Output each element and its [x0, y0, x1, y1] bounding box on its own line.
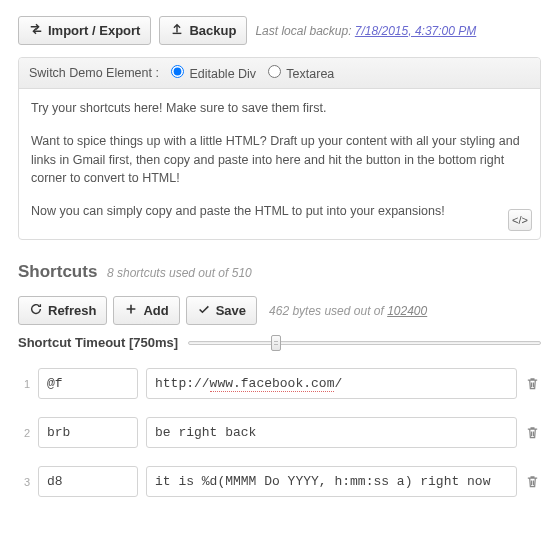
shortcuts-summary: 8 shortcuts used out of 510	[107, 266, 252, 280]
shortcuts-title: Shortcuts	[18, 262, 97, 282]
save-label: Save	[216, 303, 246, 318]
last-backup-info: Last local backup: 7/18/2015, 4:37:00 PM	[255, 24, 476, 38]
radio-textarea[interactable]: Textarea	[262, 65, 334, 81]
row-number: 3	[18, 476, 30, 488]
radio-editable-div[interactable]: Editable Div	[165, 65, 256, 81]
delete-shortcut-button[interactable]	[525, 425, 541, 441]
shortcut-value-input[interactable]	[146, 417, 517, 448]
radio-textarea-input[interactable]	[268, 65, 281, 78]
shortcut-value-input[interactable]: http://www.facebook.com/	[146, 368, 517, 399]
refresh-button[interactable]: Refresh	[18, 296, 107, 325]
timeout-slider[interactable]	[188, 336, 541, 350]
import-export-label: Import / Export	[48, 23, 140, 38]
backup-button[interactable]: Backup	[159, 16, 247, 45]
save-button[interactable]: Save	[186, 296, 257, 325]
bytes-info: 462 bytes used out of 102400	[269, 304, 427, 318]
shortcut-key-input[interactable]	[38, 417, 138, 448]
demo-text-line: Now you can simply copy and paste the HT…	[31, 202, 528, 221]
last-backup-link[interactable]: 7/18/2015, 4:37:00 PM	[355, 24, 476, 38]
switch-demo-label: Switch Demo Element :	[29, 66, 159, 80]
shortcut-row: 3	[18, 466, 541, 497]
delete-shortcut-button[interactable]	[525, 474, 541, 490]
radio-editable-input[interactable]	[171, 65, 184, 78]
add-button[interactable]: Add	[113, 296, 179, 325]
refresh-label: Refresh	[48, 303, 96, 318]
demo-text-line: Try your shortcuts here! Make sure to sa…	[31, 99, 528, 118]
delete-shortcut-button[interactable]	[525, 376, 541, 392]
refresh-icon	[29, 302, 43, 319]
shortcut-row: 1 http://www.facebook.com/	[18, 368, 541, 399]
shortcuts-section: Shortcuts 8 shortcuts used out of 510 Re…	[18, 262, 541, 497]
shortcut-value-input[interactable]	[146, 466, 517, 497]
bytes-total-link[interactable]: 102400	[387, 304, 427, 318]
backup-label: Backup	[189, 23, 236, 38]
slider-thumb[interactable]	[271, 335, 281, 351]
timeout-label: Shortcut Timeout [750ms]	[18, 335, 178, 350]
shortcut-key-input[interactable]	[38, 368, 138, 399]
transfer-icon	[29, 22, 43, 39]
demo-panel: Switch Demo Element : Editable Div Texta…	[18, 57, 541, 240]
demo-panel-header: Switch Demo Element : Editable Div Texta…	[19, 58, 540, 89]
demo-text-line: Want to spice things up with a little HT…	[31, 132, 528, 188]
upload-icon	[170, 22, 184, 39]
convert-html-button[interactable]: </>	[508, 209, 532, 231]
code-icon: </>	[512, 212, 528, 229]
demo-editable-area[interactable]: Try your shortcuts here! Make sure to sa…	[19, 89, 540, 239]
import-export-button[interactable]: Import / Export	[18, 16, 151, 45]
slider-track	[188, 341, 541, 345]
shortcut-row: 2	[18, 417, 541, 448]
add-label: Add	[143, 303, 168, 318]
row-number: 2	[18, 427, 30, 439]
plus-icon	[124, 302, 138, 319]
row-number: 1	[18, 378, 30, 390]
check-icon	[197, 302, 211, 319]
shortcut-key-input[interactable]	[38, 466, 138, 497]
